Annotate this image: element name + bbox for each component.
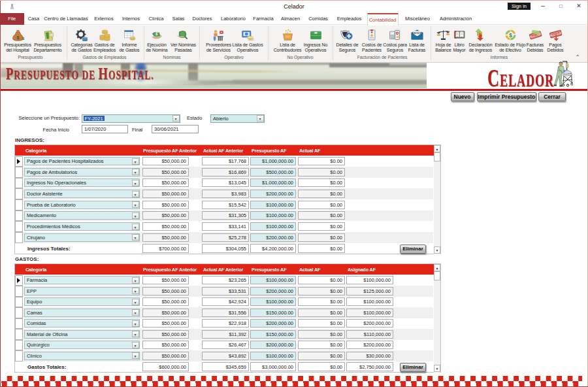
- svg-text:$: $: [22, 36, 24, 41]
- svg-text:INVOICE: INVOICE: [413, 31, 421, 34]
- svg-text:$: $: [16, 35, 19, 40]
- svg-text:$: $: [155, 33, 157, 36]
- svg-text:$: $: [509, 31, 512, 38]
